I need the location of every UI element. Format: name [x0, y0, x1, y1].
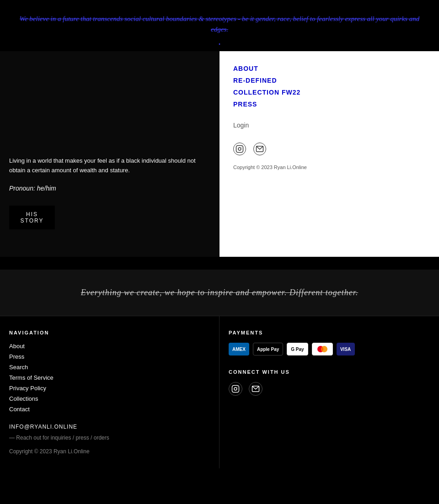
social-icons-nav	[233, 143, 425, 155]
footer-nav-collections[interactable]: Collections	[9, 395, 210, 402]
right-panel: ABOUT RE-DEFINED COLLECTION FW22 PRESS L…	[220, 51, 439, 257]
nav-copyright: Copyright © 2023 Ryan Li.Online	[233, 164, 425, 170]
payment-icons: AMEX Apple Pay G Pay VISA	[229, 343, 430, 355]
nav-item-redefined[interactable]: RE-DEFINED	[233, 77, 425, 84]
svg-point-7	[234, 387, 237, 390]
footer-right: PAYMENTS AMEX Apple Pay G Pay VISA	[220, 316, 439, 468]
footer-nav-tos[interactable]: Terms of Service	[9, 374, 210, 381]
nav-item-press[interactable]: PRESS	[233, 101, 425, 108]
footer-nav-list: About Press Search Terms of Service Priv…	[9, 343, 210, 413]
instagram-icon-nav[interactable]	[233, 143, 246, 155]
svg-rect-6	[232, 386, 239, 393]
footer-nav-contact[interactable]: Contact	[9, 406, 210, 413]
nav-item-collection[interactable]: COLLECTION FW22	[233, 89, 425, 96]
instagram-icon-footer[interactable]	[229, 382, 242, 396]
nav-item-about[interactable]: ABOUT	[233, 65, 425, 72]
mail-icon-footer[interactable]	[249, 382, 262, 396]
mail-icon-nav[interactable]	[253, 143, 266, 155]
login-link[interactable]: Login	[233, 122, 425, 129]
payment-visa: VISA	[337, 343, 355, 355]
connect-title: CONNECT WITH US	[229, 369, 430, 375]
payment-apple: Apple Pay	[253, 343, 283, 355]
featured-description: Living in a world that makes your feel a…	[9, 156, 210, 175]
svg-rect-0	[236, 146, 243, 153]
pronoun-text: Pronoun: he/him	[9, 185, 210, 192]
footer-copyright: Copyright © 2023 Ryan Li.Online	[9, 448, 210, 455]
footer-left: NAVIGATION About Press Search Terms of S…	[0, 316, 220, 468]
top-section: We believe in a future that transcends s…	[0, 0, 439, 270]
nav-menu: ABOUT RE-DEFINED COLLECTION FW22 PRESS	[233, 65, 425, 108]
svg-point-8	[237, 387, 238, 387]
svg-point-1	[238, 148, 241, 150]
tagline-text: We believe in a future that transcends s…	[0, 9, 439, 39]
dot-indicator: •	[0, 42, 439, 47]
quote-section: Everything we create, we hope to inspire…	[0, 270, 439, 316]
payment-amex: AMEX	[229, 343, 249, 355]
svg-point-2	[241, 147, 242, 147]
payments-title: PAYMENTS	[229, 330, 430, 335]
navigation-title: NAVIGATION	[9, 330, 210, 335]
footer-nav-search[interactable]: Search	[9, 364, 210, 371]
footer-email[interactable]: INFO@RYANLI.ONLINE	[9, 424, 210, 430]
footer-reach-out: — Reach out for inquiries / press / orde…	[9, 435, 210, 441]
quote-text: Everything we create, we hope to inspire…	[9, 288, 430, 297]
left-panel: Living in a world that makes your feel a…	[0, 51, 220, 257]
footer-social-icons	[229, 382, 430, 396]
footer-nav-privacy[interactable]: Privacy Policy	[9, 385, 210, 392]
main-content-area: Living in a world that makes your feel a…	[0, 51, 439, 257]
payment-gpay: G Pay	[287, 343, 308, 355]
his-story-button[interactable]: HIS STORY	[9, 206, 55, 229]
footer-nav-about[interactable]: About	[9, 343, 210, 350]
footer-nav-press[interactable]: Press	[9, 353, 210, 360]
footer: NAVIGATION About Press Search Terms of S…	[0, 316, 439, 468]
payment-mc	[312, 343, 333, 355]
